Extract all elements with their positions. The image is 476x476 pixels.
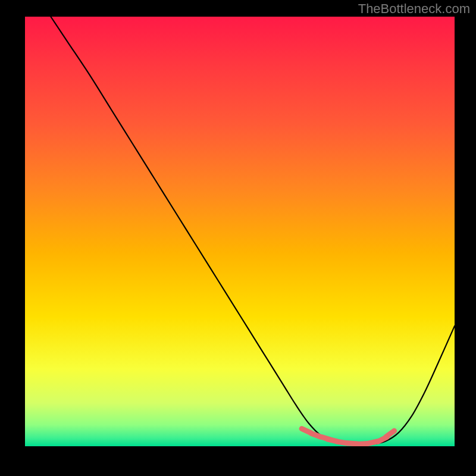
plot-area xyxy=(25,17,455,446)
chart-frame: TheBottleneck.com xyxy=(0,0,476,476)
bottleneck-curve-layer xyxy=(25,17,455,446)
bottleneck-curve xyxy=(51,17,455,445)
watermark-label: TheBottleneck.com xyxy=(0,1,470,17)
optimal-zone-marker xyxy=(311,433,321,437)
optimal-zone-marker xyxy=(386,431,394,437)
